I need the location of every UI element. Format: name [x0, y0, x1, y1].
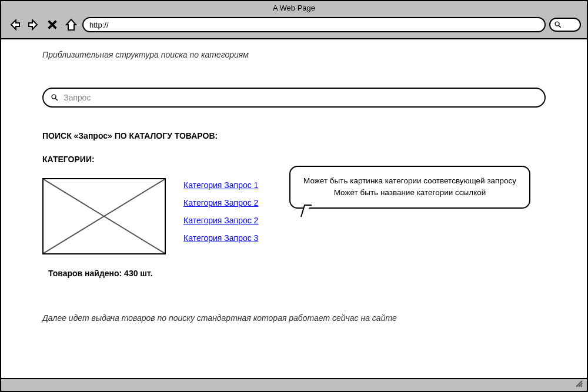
bubble-line-2: Может быть название категории ссылкой	[300, 187, 520, 199]
search-icon	[51, 93, 59, 102]
toolbar-search[interactable]	[549, 18, 581, 32]
category-link[interactable]: Категория Запрос 3	[183, 233, 258, 243]
close-icon[interactable]	[45, 17, 60, 32]
annotation-bubble: Может быть картинка категории соответсву…	[289, 166, 530, 209]
svg-point-1	[52, 95, 56, 99]
svg-point-0	[555, 22, 559, 26]
category-link[interactable]: Категория Запрос 1	[183, 180, 258, 190]
status-bar	[1, 378, 587, 391]
bubble-tail-icon	[300, 204, 315, 220]
home-button[interactable]	[64, 17, 79, 32]
category-link-list: Категория Запрос 1 Категория Запрос 2 Ка…	[183, 178, 258, 243]
items-found-text: Товаров найдено: 430 шт.	[48, 269, 278, 278]
search-placeholder: Запрос	[64, 93, 91, 102]
forward-button[interactable]	[26, 17, 41, 32]
categories-heading: КАТЕГОРИИ:	[42, 155, 546, 164]
url-input[interactable]	[82, 17, 546, 32]
category-link[interactable]: Категория Запрос 2	[183, 198, 258, 207]
description-text: Приблизительная структура поиска по кате…	[42, 50, 546, 59]
bubble-line-1: Может быть картинка категории соответсву…	[300, 175, 520, 187]
search-field[interactable]: Запрос	[42, 88, 546, 108]
browser-toolbar	[1, 14, 587, 39]
footer-note: Далее идет выдача товаров по поиску стан…	[42, 313, 546, 323]
category-image-placeholder	[42, 178, 166, 254]
resize-grip-icon[interactable]	[575, 380, 583, 390]
browser-window: A Web Page Приблизительная структура пои…	[0, 0, 588, 392]
back-button[interactable]	[7, 17, 22, 32]
search-heading: ПОИСК «Запрос» ПО КАТАЛОГУ ТОВАРОВ:	[42, 131, 546, 140]
category-link[interactable]: Категория Запрос 2	[183, 216, 258, 225]
page-content: Приблизительная структура поиска по кате…	[1, 39, 587, 378]
window-title: A Web Page	[1, 1, 587, 14]
